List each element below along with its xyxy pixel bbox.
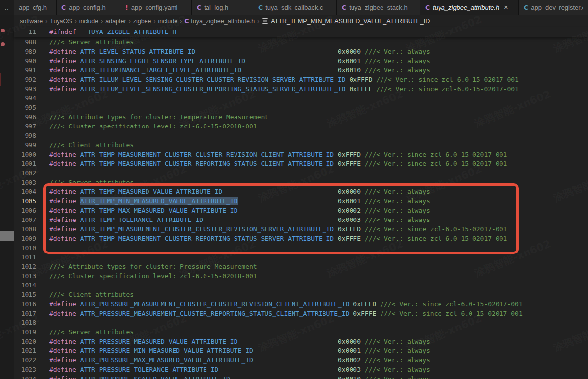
code-line[interactable]: 994 [14,94,588,103]
code-token: 0x0000 [338,338,361,345]
line-number[interactable]: 989 [14,47,36,56]
code-line[interactable]: 990#define ATTR_SENSING_LIGHT_SENSOR_TYP… [14,56,588,65]
code-token: 0xFFFD [350,76,373,83]
line-number[interactable]: 996 [14,112,36,122]
line-number[interactable]: 1022 [14,355,36,365]
code-line[interactable]: 1013///< Cluster specification level: zc… [14,271,588,281]
line-number[interactable]: 998 [14,131,36,140]
line-number[interactable]: 1013 [14,271,36,281]
code-line[interactable]: 1001#define ATTR_TEMP_MEASUREMENT_CLUSTE… [14,159,588,168]
line-number[interactable]: 1020 [14,337,36,346]
line-number[interactable]: 1009 [14,234,36,243]
line-number[interactable]: 1015 [14,290,36,299]
code-token: 0x0001 [338,347,361,354]
code-line[interactable]: 1019///< Server attributes [14,327,588,337]
line-number[interactable]: 1001 [14,159,36,168]
tab-app_config-yaml[interactable]: !app_config.yaml [120,0,192,15]
tab-tuya_sdk_callback-c[interactable]: Ctuya_sdk_callback.c [253,0,337,15]
line-number[interactable]: 1000 [14,150,36,159]
tab-tuya_zigbee_attribute-h[interactable]: Ctuya_zigbee_attribute.h× [420,0,519,15]
breadcrumb-item-symbol[interactable]: ATTR_TEMP_MIN_MEASURED_VALUE_ATTRIBUTE_I… [262,18,430,25]
code-line[interactable]: 988///< Server attributes [14,37,588,47]
code-line[interactable]: 1000#define ATTR_TEMP_MEASUREMENT_CLUSTE… [14,150,588,159]
code-line[interactable]: 996///< Attribute types for cluster: Tem… [14,112,588,122]
line-number[interactable]: 999 [14,140,36,150]
code-line[interactable]: 1021#define ATTR_PRESSURE_MIN_MEASURED_V… [14,346,588,355]
code-line[interactable]: 1022#define ATTR_PRESSURE_MAX_MEASURED_V… [14,355,588,365]
code-line[interactable]: 1023#define ATTR_PRESSURE_TOLERANCE_ATTR… [14,365,588,374]
code-line[interactable]: 989#define ATTR_LEVEL_STATUS_ATTRIBUTE_I… [14,47,588,56]
close-icon[interactable]: × [504,4,508,11]
code-line[interactable]: 1014 [14,281,588,290]
code-line[interactable]: 999///< Client attributes [14,140,588,150]
tab-app_cfg-h[interactable]: app_cfg.h [14,0,57,15]
line-number[interactable]: 994 [14,94,36,103]
tab-app_config-h[interactable]: Capp_config.h [57,0,120,15]
code-line[interactable]: 997///< Cluster specification level: zcl… [14,122,588,131]
code-line[interactable]: 1002 [14,168,588,178]
line-number[interactable]: 1005 [14,196,36,206]
line-number[interactable]: 1008 [14,224,36,234]
code-token [241,66,338,74]
line-number[interactable]: 1017 [14,309,36,318]
line-number[interactable]: 1010 [14,243,36,253]
code-line[interactable]: 995 [14,103,588,112]
code-line[interactable]: 11#ifndef __TUYA_ZIGBEE_ATTRIBUTE_H__ [14,27,588,37]
line-number[interactable]: 1024 [14,374,36,379]
line-number[interactable]: 1006 [14,206,36,215]
breadcrumb-item-include[interactable]: include [158,18,178,25]
line-number[interactable]: 995 [14,103,36,112]
line-number[interactable]: 1003 [14,178,36,187]
line-number[interactable]: 997 [14,122,36,131]
line-number[interactable]: 1019 [14,327,36,337]
line-number[interactable]: 1012 [14,262,36,271]
code-line[interactable]: 993#define ATTR_ILLUM_LEVEL_SENSING_CLUS… [14,84,588,94]
line-number[interactable]: 11 [14,27,36,37]
breadcrumb-item-adapter[interactable]: adapter [105,18,126,25]
code-token: ATTR_PRESSURE_MEASUREMENT_CLUSTER_CLUSTE… [80,300,350,308]
line-number[interactable]: 1023 [14,365,36,374]
code-line[interactable]: 1020#define ATTR_PRESSURE_MEASURED_VALUE… [14,337,588,346]
line-number[interactable]: 1021 [14,346,36,355]
code-token: 0x0000 [338,48,361,55]
line-number[interactable]: 1011 [14,253,36,262]
code-line[interactable]: 991#define ATTR_ILLUMINANCE_TARGET_LEVEL… [14,65,588,75]
edge-scroll-marker [0,231,14,241]
line-number[interactable]: 991 [14,65,36,75]
code-token [253,347,338,354]
code-line[interactable]: 1017#define ATTR_PRESSURE_MEASUREMENT_CL… [14,309,588,318]
line-number[interactable]: 990 [14,56,36,65]
code-token: #define [49,160,80,167]
line-number[interactable]: 1004 [14,187,36,196]
breadcrumb-item-zigbee[interactable]: zigbee [133,18,151,25]
annotation-rectangle [43,183,519,254]
tab-tal_log-h[interactable]: Ctal_log.h [192,0,253,15]
code-token: 0x0010 [338,66,361,74]
code-line[interactable]: 1018 [14,318,588,327]
sticky-scroll-line[interactable]: 11#ifndef __TUYA_ZIGBEE_ATTRIBUTE_H__ [14,27,588,37]
line-number[interactable]: 1016 [14,299,36,309]
line-number[interactable]: 1007 [14,215,36,224]
c-file-icon: C [184,17,189,25]
code-line[interactable]: 998 [14,131,588,140]
breadcrumb-item-file[interactable]: Ctuya_zigbee_attribute.h [184,17,255,25]
tab-app_dev_register-c[interactable]: Capp_dev_register.c [519,0,588,15]
code-line[interactable]: 992#define ATTR_ILLUM_LEVEL_SENSING_CLUS… [14,75,588,84]
tab-overflow-indicator[interactable]: ‥ [0,0,14,15]
line-number[interactable]: 1014 [14,281,36,290]
code-line[interactable]: 1016#define ATTR_PRESSURE_MEASUREMENT_CL… [14,299,588,309]
breadcrumb-item-software[interactable]: software [20,18,43,25]
code-token: ///< Attribute types for cluster: Pressu… [49,263,257,270]
line-number[interactable]: 1018 [14,318,36,327]
line-number[interactable]: 993 [14,84,36,94]
tab-tuya_zigbee_stack-h[interactable]: Ctuya_zigbee_stack.h [337,0,420,15]
breadcrumb-item-TuyaOS[interactable]: TuyaOS [50,18,72,25]
code-line[interactable]: 1015///< Client attributes [14,290,588,299]
code-line[interactable]: 1024#define ATTR_PRESSURE_SCALED_VALUE_A… [14,374,588,379]
line-number[interactable]: 1002 [14,168,36,178]
breadcrumb-item-include[interactable]: include [79,18,99,25]
code-token: 0xFFFE [338,160,361,167]
code-line[interactable]: 1012///< Attribute types for cluster: Pr… [14,262,588,271]
line-number[interactable]: 992 [14,75,36,84]
line-number[interactable]: 988 [14,37,36,47]
